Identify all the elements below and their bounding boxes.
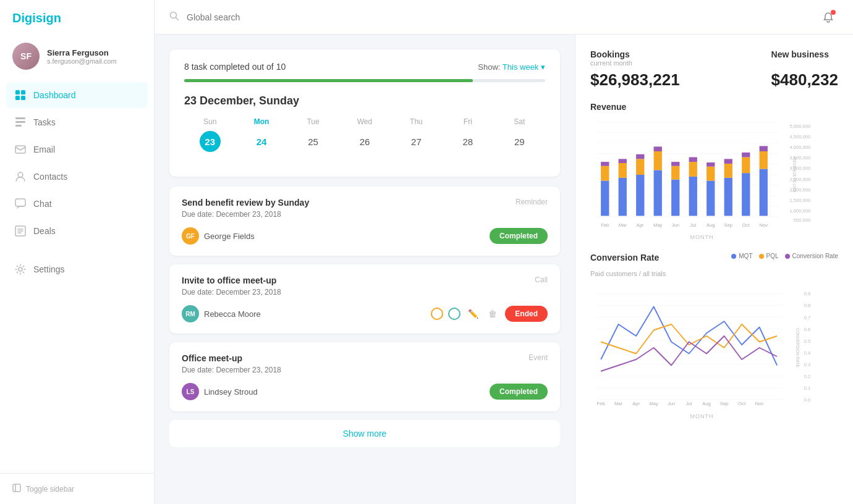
svg-rect-40	[619, 159, 627, 163]
task-card-0-footer: GF George Fields Completed	[182, 227, 548, 245]
svg-rect-38	[619, 178, 627, 216]
task-card-0-status[interactable]: Completed	[490, 228, 548, 244]
toggle-sidebar-button[interactable]: Toggle sidebar	[12, 484, 142, 494]
svg-rect-4	[15, 117, 25, 119]
assignee-avatar-2: LS	[182, 383, 199, 400]
day-label-thu: Thu	[410, 117, 423, 126]
svg-rect-66	[742, 173, 750, 216]
revenue-section: Revenue 5,000,000 4,500,000 4,000,000 3,…	[590, 102, 838, 240]
svg-rect-50	[671, 180, 679, 216]
notification-button[interactable]	[818, 7, 838, 27]
svg-rect-5	[15, 121, 25, 123]
conversion-title: Conversion Rate	[590, 253, 666, 262]
sidebar-item-contacts-label: Contacts	[33, 172, 67, 182]
svg-rect-6	[15, 125, 22, 127]
sidebar-item-settings[interactable]: Settings	[6, 256, 148, 282]
task-card-2-due-date: December 23, 2018	[216, 366, 281, 374]
sidebar-item-deals[interactable]: Deals	[6, 218, 148, 244]
bookings-subtitle: current month	[590, 59, 680, 67]
chevron-down-icon[interactable]: ▾	[541, 62, 545, 72]
action-circle-teal[interactable]	[448, 308, 460, 320]
svg-rect-48	[654, 146, 662, 151]
svg-rect-35	[601, 166, 609, 181]
svg-rect-58	[707, 181, 715, 216]
chat-icon	[15, 198, 26, 209]
day-num-28[interactable]: 28	[457, 131, 478, 152]
revenue-title: Revenue	[590, 102, 838, 112]
main-panel: 8 task completed out of 10 Show: This we…	[155, 35, 575, 504]
sidebar-item-chat[interactable]: Chat	[6, 191, 148, 217]
new-business-spacer	[771, 59, 838, 67]
svg-text:0.1: 0.1	[804, 385, 811, 391]
legend-label-pql: PQL	[766, 253, 779, 259]
svg-text:0.7: 0.7	[804, 315, 811, 321]
svg-rect-60	[707, 162, 715, 167]
toggle-sidebar-icon	[12, 484, 21, 494]
conversion-subtitle: Paid customers / all trials	[590, 270, 666, 277]
new-business-title: New business	[771, 49, 838, 59]
logo: Digisign	[0, 0, 154, 36]
sidebar-item-chat-label: Chat	[33, 199, 52, 209]
task-card-1-status[interactable]: Ended	[505, 306, 548, 322]
profile-email: s.ferguson@gmail.com	[47, 57, 117, 65]
avatar: SF	[12, 43, 40, 70]
task-card-1-assignee: RM Rebecca Moore	[182, 305, 261, 322]
bookings-title: Bookings	[590, 49, 680, 59]
notification-dot	[831, 10, 836, 15]
svg-point-11	[19, 267, 22, 271]
sidebar-footer: Toggle sidebar	[0, 473, 154, 504]
svg-rect-55	[689, 162, 697, 177]
svg-text:1,500,000: 1,500,000	[789, 198, 810, 203]
day-num-23[interactable]: 23	[200, 131, 221, 152]
svg-text:Oct: Oct	[742, 222, 750, 228]
task-show-value[interactable]: This week	[503, 62, 539, 72]
task-card-1-footer: RM Rebecca Moore ✏️ 🗑 Ended	[182, 305, 548, 322]
edit-icon[interactable]: ✏️	[465, 306, 480, 321]
svg-text:0.4: 0.4	[804, 350, 811, 356]
day-num-26[interactable]: 26	[354, 131, 375, 152]
new-business-value: $480,232	[771, 70, 838, 90]
sidebar-item-email-label: Email	[33, 145, 55, 154]
svg-rect-42	[636, 175, 644, 216]
day-num-25[interactable]: 25	[303, 131, 324, 152]
sidebar-item-dashboard-label: Dashboard	[33, 90, 76, 100]
sidebar-item-dashboard[interactable]: Dashboard	[6, 82, 148, 108]
legend-pql: PQL	[759, 253, 779, 259]
delete-icon[interactable]: 🗑	[485, 306, 500, 321]
task-show-label: Show: This week ▾	[478, 62, 545, 72]
avatar-initials: SF	[12, 43, 40, 70]
task-card-2-status[interactable]: Completed	[490, 384, 548, 400]
svg-text:Feb: Feb	[597, 401, 605, 406]
svg-text:Feb: Feb	[601, 222, 609, 228]
day-label-wed: Wed	[357, 117, 372, 126]
task-card-1: Invite to office meet-up Call Due date: …	[169, 264, 560, 334]
day-label-sun: Sun	[203, 117, 216, 126]
day-num-27[interactable]: 27	[405, 131, 426, 152]
bookings-section: Bookings current month $26,983,221	[590, 49, 680, 90]
svg-text:0.8: 0.8	[804, 303, 811, 308]
svg-text:Sep: Sep	[720, 401, 729, 406]
sidebar-item-email[interactable]: Email	[6, 136, 148, 162]
svg-text:Oct: Oct	[738, 401, 746, 406]
svg-text:Jun: Jun	[672, 222, 679, 228]
svg-rect-7	[15, 146, 25, 153]
task-card-0-badge: Reminder	[516, 198, 548, 206]
assignee-name-0: George Fields	[204, 232, 255, 241]
task-card-0-due: Due date: December 23, 2018	[182, 210, 548, 219]
day-num-29[interactable]: 29	[509, 131, 530, 152]
assignee-name-1: Rebecca Moore	[204, 309, 261, 319]
show-more-button[interactable]: Show more	[169, 420, 560, 447]
day-num-24[interactable]: 24	[251, 131, 272, 152]
svg-text:5,000,000: 5,000,000	[789, 124, 810, 129]
svg-text:Aug: Aug	[702, 401, 711, 406]
sidebar-item-tasks[interactable]: Tasks	[6, 109, 148, 135]
svg-rect-72	[760, 146, 768, 151]
profile-name: Sierra Ferguson	[47, 48, 117, 57]
action-circle-orange[interactable]	[431, 308, 443, 320]
task-card-2-due: Due date: December 23, 2018	[182, 366, 548, 374]
svg-rect-44	[636, 154, 644, 159]
task-card-2-badge: Event	[528, 353, 548, 362]
search-input[interactable]	[187, 12, 811, 22]
sidebar-item-contacts[interactable]: Contacts	[6, 164, 148, 190]
topbar	[155, 0, 853, 35]
